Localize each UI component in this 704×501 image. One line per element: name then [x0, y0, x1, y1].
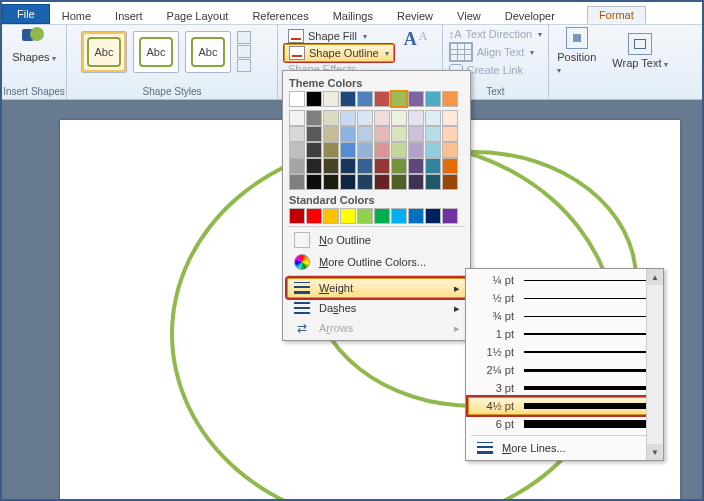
color-swatch[interactable]	[323, 208, 339, 224]
color-swatch[interactable]	[391, 142, 407, 158]
color-swatch[interactable]	[323, 142, 339, 158]
tab-insert[interactable]: Insert	[103, 7, 155, 24]
shape-outline-button[interactable]: Shape Outline▾	[284, 44, 394, 62]
no-outline-item[interactable]: NNo Outlineo Outline	[287, 229, 466, 251]
tab-home[interactable]: Home	[50, 7, 103, 24]
weight-option[interactable]: 4½ pt	[468, 397, 661, 415]
color-swatch[interactable]	[306, 142, 322, 158]
color-swatch[interactable]	[306, 110, 322, 126]
color-swatch[interactable]	[306, 91, 322, 107]
color-swatch[interactable]	[425, 158, 441, 174]
style-swatch-2[interactable]: Abc	[133, 31, 179, 73]
color-swatch[interactable]	[442, 126, 458, 142]
color-swatch[interactable]	[374, 158, 390, 174]
style-swatch-1[interactable]: Abc	[81, 31, 127, 73]
color-swatch[interactable]	[323, 110, 339, 126]
color-swatch[interactable]	[357, 126, 373, 142]
color-swatch[interactable]	[374, 174, 390, 190]
tab-view[interactable]: View	[445, 7, 493, 24]
tab-mailings[interactable]: Mailings	[321, 7, 385, 24]
color-swatch[interactable]	[425, 174, 441, 190]
tab-pagelayout[interactable]: Page Layout	[155, 7, 241, 24]
color-swatch[interactable]	[289, 142, 305, 158]
weight-option[interactable]: 2¼ pt	[468, 361, 661, 379]
color-swatch[interactable]	[408, 91, 424, 107]
color-swatch[interactable]	[425, 110, 441, 126]
weight-option[interactable]: 6 pt	[468, 415, 661, 433]
color-swatch[interactable]	[340, 110, 356, 126]
scroll-down-icon[interactable]: ▼	[647, 444, 663, 460]
style-swatch-3[interactable]: Abc	[185, 31, 231, 73]
color-swatch[interactable]	[391, 174, 407, 190]
position-button[interactable]: Position▾	[549, 25, 604, 77]
wrap-text-button[interactable]: Wrap Text ▾	[604, 25, 675, 77]
color-swatch[interactable]	[289, 126, 305, 142]
color-swatch[interactable]	[306, 174, 322, 190]
tab-format[interactable]: Format	[587, 6, 646, 24]
color-swatch[interactable]	[391, 110, 407, 126]
color-swatch[interactable]	[408, 126, 424, 142]
color-swatch[interactable]	[357, 158, 373, 174]
color-swatch[interactable]	[289, 110, 305, 126]
color-swatch[interactable]	[340, 174, 356, 190]
color-swatch[interactable]	[408, 110, 424, 126]
color-swatch[interactable]	[408, 158, 424, 174]
tab-file[interactable]: File	[2, 4, 50, 24]
color-swatch[interactable]	[357, 174, 373, 190]
color-swatch[interactable]	[306, 208, 322, 224]
color-swatch[interactable]	[442, 158, 458, 174]
color-swatch[interactable]	[408, 174, 424, 190]
color-swatch[interactable]	[340, 126, 356, 142]
color-swatch[interactable]	[425, 126, 441, 142]
more-colors-item[interactable]: More Outline Colors...	[287, 251, 466, 273]
color-swatch[interactable]	[340, 208, 356, 224]
color-swatch[interactable]	[340, 158, 356, 174]
color-swatch[interactable]	[391, 91, 407, 107]
color-swatch[interactable]	[374, 110, 390, 126]
color-swatch[interactable]	[357, 91, 373, 107]
color-swatch[interactable]	[289, 174, 305, 190]
color-swatch[interactable]	[357, 110, 373, 126]
flyout-scrollbar[interactable]: ▲ ▼	[646, 269, 663, 460]
color-swatch[interactable]	[323, 91, 339, 107]
more-lines-item[interactable]: More Lines...	[470, 438, 659, 458]
color-swatch[interactable]	[289, 91, 305, 107]
color-swatch[interactable]	[357, 208, 373, 224]
color-swatch[interactable]	[374, 126, 390, 142]
color-swatch[interactable]	[442, 91, 458, 107]
shapes-button[interactable]: Shapes ▾	[2, 25, 66, 65]
color-swatch[interactable]	[425, 91, 441, 107]
dashes-item[interactable]: Dashes ▸	[287, 298, 466, 318]
color-swatch[interactable]	[374, 91, 390, 107]
color-swatch[interactable]	[408, 142, 424, 158]
color-swatch[interactable]	[357, 142, 373, 158]
scroll-up-icon[interactable]: ▲	[647, 269, 663, 285]
tab-developer[interactable]: Developer	[493, 7, 567, 24]
color-swatch[interactable]	[408, 208, 424, 224]
color-swatch[interactable]	[289, 208, 305, 224]
weight-option[interactable]: 1 pt	[468, 325, 661, 343]
color-swatch[interactable]	[323, 126, 339, 142]
color-swatch[interactable]	[340, 91, 356, 107]
color-swatch[interactable]	[442, 208, 458, 224]
color-swatch[interactable]	[425, 208, 441, 224]
weight-option[interactable]: 1½ pt	[468, 343, 661, 361]
color-swatch[interactable]	[442, 110, 458, 126]
color-swatch[interactable]	[306, 158, 322, 174]
text-direction-button[interactable]: ↕AText Direction▾	[449, 28, 542, 40]
color-swatch[interactable]	[340, 142, 356, 158]
weight-option[interactable]: ¼ pt	[468, 271, 661, 289]
color-swatch[interactable]	[391, 158, 407, 174]
weight-option[interactable]: ¾ pt	[468, 307, 661, 325]
arrows-item[interactable]: ⇄Arrows ▸	[287, 318, 466, 338]
color-swatch[interactable]	[323, 174, 339, 190]
color-swatch[interactable]	[442, 142, 458, 158]
color-swatch[interactable]	[391, 126, 407, 142]
color-swatch[interactable]	[289, 158, 305, 174]
color-swatch[interactable]	[374, 142, 390, 158]
color-swatch[interactable]	[323, 158, 339, 174]
color-swatch[interactable]	[374, 208, 390, 224]
tab-review[interactable]: Review	[385, 7, 445, 24]
weight-option[interactable]: ½ pt	[468, 289, 661, 307]
tab-references[interactable]: References	[240, 7, 320, 24]
